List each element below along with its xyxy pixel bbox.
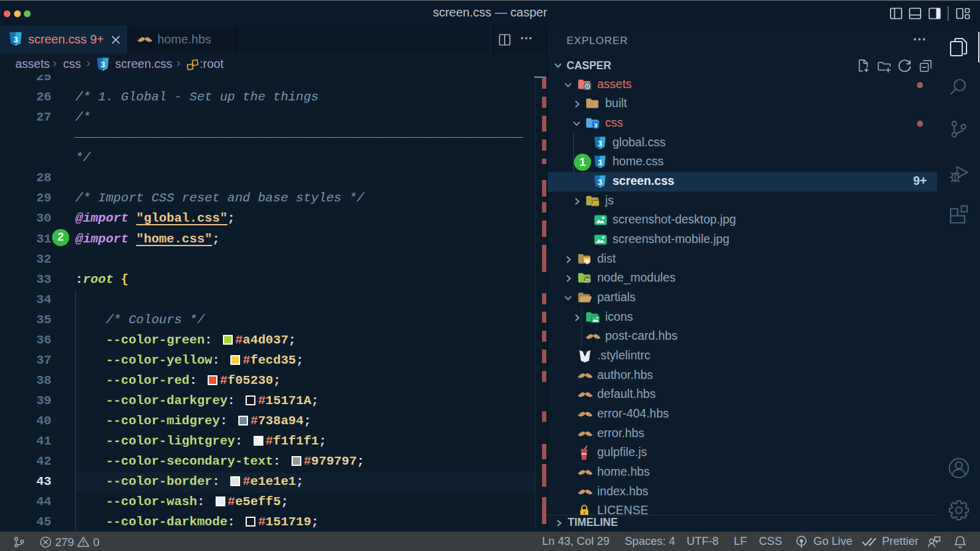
svg-text:3: 3 xyxy=(598,139,602,148)
svg-text:3: 3 xyxy=(594,122,597,129)
svg-text:3: 3 xyxy=(100,60,105,69)
svg-text:3: 3 xyxy=(598,159,602,167)
svg-text:3: 3 xyxy=(13,35,18,44)
svg-text:3: 3 xyxy=(598,178,602,187)
svg-text:JS: JS xyxy=(592,200,599,206)
svg-text:JS: JS xyxy=(584,277,591,283)
